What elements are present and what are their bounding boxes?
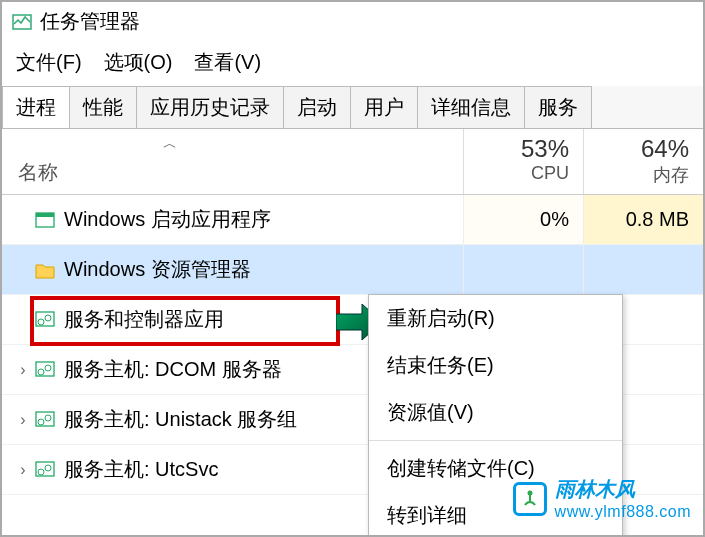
menu-separator — [369, 440, 622, 441]
menu-bar: 文件(F) 选项(O) 查看(V) — [2, 41, 703, 86]
col-mem-header[interactable]: 64% 内存 — [583, 129, 703, 194]
mem-cell: 0.8 MB — [583, 195, 703, 244]
svg-point-11 — [45, 415, 51, 421]
column-headers: ︿ 名称 53% CPU 64% 内存 — [2, 129, 703, 195]
row-expander[interactable]: › — [12, 411, 34, 429]
menu-item-resource-values[interactable]: 资源值(V) — [369, 389, 622, 436]
tab-startup[interactable]: 启动 — [283, 86, 351, 128]
table-row[interactable]: Windows 资源管理器 — [2, 245, 703, 295]
service-app-icon — [34, 309, 56, 331]
mem-label: 内存 — [590, 163, 689, 187]
cpu-label: CPU — [470, 163, 569, 184]
tab-services[interactable]: 服务 — [524, 86, 592, 128]
mem-percent: 64% — [590, 135, 689, 163]
svg-point-16 — [527, 490, 532, 495]
sort-indicator-icon: ︿ — [163, 135, 177, 153]
service-host-icon — [34, 409, 56, 431]
watermark-name: 雨林木风 — [555, 476, 691, 503]
menu-item-end-task[interactable]: 结束任务(E) — [369, 342, 622, 389]
tab-strip: 进程 性能 应用历史记录 启动 用户 详细信息 服务 — [2, 86, 703, 129]
col-name-header[interactable]: ︿ 名称 — [2, 129, 463, 194]
row-expander[interactable]: › — [12, 461, 34, 479]
col-name-label: 名称 — [18, 159, 58, 186]
tab-details[interactable]: 详细信息 — [417, 86, 525, 128]
task-manager-icon — [12, 12, 32, 32]
explorer-icon — [34, 259, 56, 281]
table-row[interactable]: Windows 启动应用程序 0% 0.8 MB — [2, 195, 703, 245]
process-name: Windows 资源管理器 — [64, 256, 463, 283]
menu-options[interactable]: 选项(O) — [104, 49, 173, 76]
tab-performance[interactable]: 性能 — [69, 86, 137, 128]
process-name: Windows 启动应用程序 — [64, 206, 463, 233]
mem-cell — [583, 245, 703, 294]
svg-rect-2 — [36, 213, 54, 217]
service-host-icon — [34, 359, 56, 381]
cpu-percent: 53% — [470, 135, 569, 163]
svg-point-13 — [38, 469, 44, 475]
service-host-icon — [34, 459, 56, 481]
svg-point-4 — [38, 319, 44, 325]
window-title: 任务管理器 — [40, 8, 140, 35]
watermark: 雨林木风 www.ylmf888.com — [513, 476, 691, 521]
watermark-icon — [513, 482, 547, 516]
menu-file[interactable]: 文件(F) — [16, 49, 82, 76]
tab-app-history[interactable]: 应用历史记录 — [136, 86, 284, 128]
menu-view[interactable]: 查看(V) — [194, 49, 261, 76]
svg-point-5 — [45, 315, 51, 321]
watermark-url: www.ylmf888.com — [555, 503, 691, 521]
tab-processes[interactable]: 进程 — [2, 86, 70, 128]
menu-item-restart[interactable]: 重新启动(R) — [369, 295, 622, 342]
row-expander[interactable]: › — [12, 361, 34, 379]
tab-users[interactable]: 用户 — [350, 86, 418, 128]
cpu-cell: 0% — [463, 195, 583, 244]
window-app-icon — [34, 209, 56, 231]
svg-point-7 — [38, 369, 44, 375]
col-cpu-header[interactable]: 53% CPU — [463, 129, 583, 194]
cpu-cell — [463, 245, 583, 294]
title-bar: 任务管理器 — [2, 2, 703, 41]
svg-point-10 — [38, 419, 44, 425]
svg-point-8 — [45, 365, 51, 371]
svg-point-14 — [45, 465, 51, 471]
